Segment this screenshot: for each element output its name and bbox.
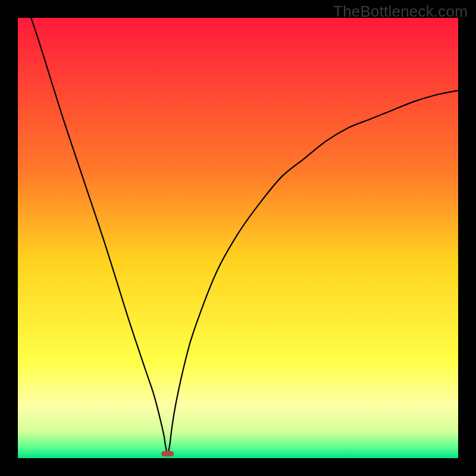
plot-area [18, 18, 458, 458]
gradient-background [18, 18, 458, 458]
chart-svg [18, 18, 458, 458]
optimal-marker [161, 451, 174, 456]
watermark-text: TheBottleneck.com [333, 2, 468, 21]
chart-frame: TheBottleneck.com [0, 0, 476, 476]
